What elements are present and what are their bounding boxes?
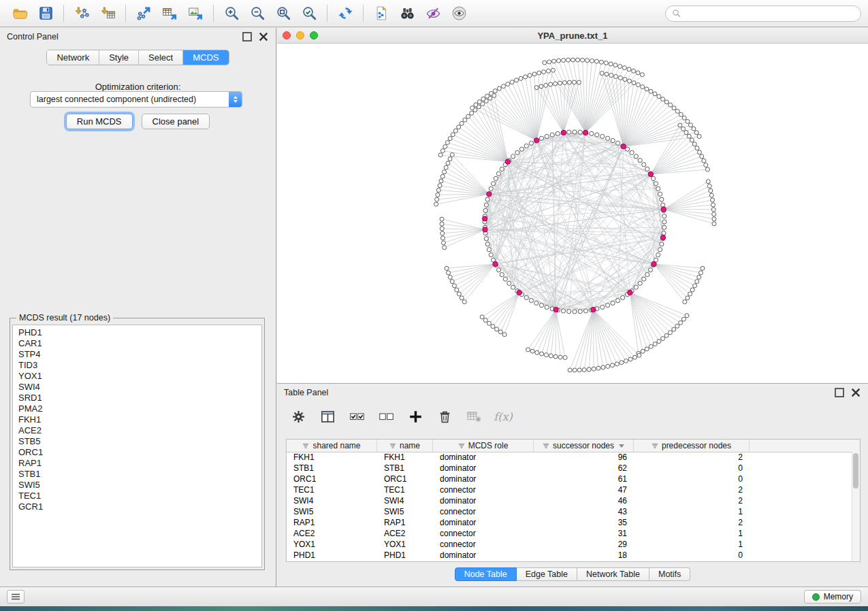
float-panel-button[interactable]	[242, 31, 253, 42]
zoom-fit-button[interactable]	[270, 3, 296, 24]
scrollbar-thumb[interactable]	[853, 453, 858, 489]
mcds-result-item[interactable]: TID3	[13, 360, 261, 371]
zoom-in-button[interactable]	[219, 3, 244, 24]
share-document-button[interactable]	[368, 3, 394, 24]
mcds-result-item[interactable]: YOX1	[13, 371, 261, 382]
table-row[interactable]: FKH1FKH1dominator962	[287, 452, 852, 463]
table-toolbar: f(x)	[277, 403, 868, 430]
table-scrollbar[interactable]	[852, 452, 860, 561]
table-cell: 46	[534, 495, 634, 506]
mcds-result-item[interactable]: SWI4	[13, 382, 261, 393]
mcds-result-item[interactable]: RAP1	[13, 458, 261, 469]
table-row[interactable]: SWI5SWI5connector431	[287, 506, 852, 517]
columns-icon	[320, 409, 336, 425]
toolbar-separator	[63, 5, 64, 22]
import-table-button[interactable]	[95, 3, 120, 24]
tab-motifs[interactable]: Motifs	[649, 567, 690, 581]
table-cell: 0	[634, 474, 750, 484]
mcds-result-item[interactable]: SRD1	[13, 393, 261, 403]
run-mcds-button[interactable]: Run MCDS	[66, 114, 133, 129]
refresh-button[interactable]	[332, 3, 358, 24]
column-header-filler	[750, 440, 860, 452]
export-image-button[interactable]	[182, 3, 208, 24]
table-cell: 1	[634, 539, 750, 550]
import-network-button[interactable]	[69, 3, 95, 24]
tab-edge-table[interactable]: Edge Table	[517, 567, 577, 581]
mcds-result-item[interactable]: PMA2	[13, 403, 261, 414]
mcds-result-item[interactable]: TEC1	[13, 491, 261, 501]
table-header-row: shared namenameMCDS rolesuccessor nodesp…	[287, 440, 860, 452]
memory-button[interactable]: Memory	[804, 590, 861, 604]
column-header-MCDS-role[interactable]: MCDS role	[433, 440, 534, 452]
close-mcds-panel-button[interactable]: Close panel	[142, 114, 210, 129]
table-cell-filler	[750, 528, 852, 539]
function-builder-button[interactable]: f(x)	[493, 406, 513, 427]
tab-style[interactable]: Style	[99, 50, 139, 65]
column-header-name[interactable]: name	[377, 440, 433, 452]
table-cell: 2	[634, 495, 750, 506]
table-row[interactable]: PHD1PHD1dominator180	[287, 550, 852, 561]
open-file-button[interactable]	[7, 3, 33, 24]
optimization-criterion-select[interactable]: largest connected component (undirected)	[30, 91, 242, 108]
table-cell: 43	[534, 506, 634, 517]
desktop-background	[0, 606, 868, 611]
delete-table-button[interactable]	[464, 406, 484, 427]
tab-network-table[interactable]: Network Table	[577, 567, 649, 581]
zoom-out-button[interactable]	[244, 3, 270, 24]
search-input[interactable]	[685, 8, 854, 19]
column-header-predecessor-nodes[interactable]: predecessor nodes	[634, 440, 750, 452]
control-panel-header: Control Panel	[0, 28, 276, 46]
add-column-button[interactable]	[405, 406, 425, 427]
table-panel-header: Table Panel	[277, 384, 868, 401]
mcds-result-item[interactable]: STB5	[13, 436, 261, 447]
folder-icon	[12, 5, 28, 21]
table-row[interactable]: RAP1RAP1dominator352	[287, 517, 852, 528]
options-button[interactable]	[288, 406, 308, 427]
deselect-all-button[interactable]	[376, 406, 396, 427]
mcds-result-item[interactable]: GCR1	[13, 501, 261, 512]
table-row[interactable]: STB1STB1dominator620	[287, 463, 852, 474]
save-session-button[interactable]	[33, 3, 59, 24]
table-cell: connector	[433, 506, 534, 517]
table-cell: 1	[634, 506, 750, 517]
close-icon	[258, 31, 269, 42]
close-table-panel-button[interactable]	[850, 387, 861, 398]
tab-mcds[interactable]: MCDS	[183, 50, 228, 65]
export-network-button[interactable]	[131, 3, 157, 24]
find-button[interactable]	[394, 3, 420, 24]
network-canvas[interactable]	[277, 44, 868, 384]
table-row[interactable]: SWI4SWI4dominator462	[287, 495, 852, 506]
column-header-successor-nodes[interactable]: successor nodes	[534, 440, 634, 452]
table-row[interactable]: ORC1ORC1dominator610	[287, 474, 852, 484]
table-cell: 18	[534, 550, 634, 561]
table-row[interactable]: TEC1TEC1connector472	[287, 484, 852, 495]
mcds-result-item[interactable]: STP4	[13, 349, 261, 360]
gear-icon	[291, 409, 306, 425]
hide-selected-button[interactable]	[420, 3, 446, 24]
tab-node-table[interactable]: Node Table	[455, 567, 517, 581]
mcds-result-item[interactable]: CAR1	[13, 338, 261, 349]
control-panel-tabs: NetworkStyleSelectMCDS	[0, 50, 276, 65]
tab-network[interactable]: Network	[47, 50, 99, 65]
mcds-result-item[interactable]: ACE2	[13, 425, 261, 436]
delete-column-button[interactable]	[434, 406, 455, 427]
select-all-button[interactable]	[347, 406, 367, 427]
show-all-button[interactable]	[446, 3, 472, 24]
mcds-result-item[interactable]: SWI5	[13, 480, 261, 491]
zoom-selected-button[interactable]	[296, 3, 322, 24]
export-net-icon	[136, 5, 152, 21]
mcds-result-item[interactable]: FKH1	[13, 414, 261, 425]
column-header-shared-name[interactable]: shared name	[287, 440, 377, 452]
search-box[interactable]	[665, 5, 861, 22]
tab-select[interactable]: Select	[139, 50, 183, 65]
table-row[interactable]: ACE2ACE2connector311	[287, 528, 852, 539]
task-history-button[interactable]	[7, 590, 25, 604]
export-table-button[interactable]	[157, 3, 182, 24]
float-table-panel-button[interactable]	[834, 387, 845, 398]
mcds-result-item[interactable]: ORC1	[13, 447, 261, 458]
mcds-result-item[interactable]: PHD1	[13, 327, 261, 338]
table-row[interactable]: YOX1YOX1connector291	[287, 539, 852, 550]
mcds-result-item[interactable]: STB1	[13, 469, 261, 480]
show-columns-button[interactable]	[317, 406, 338, 427]
close-control-panel-button[interactable]	[258, 31, 269, 42]
